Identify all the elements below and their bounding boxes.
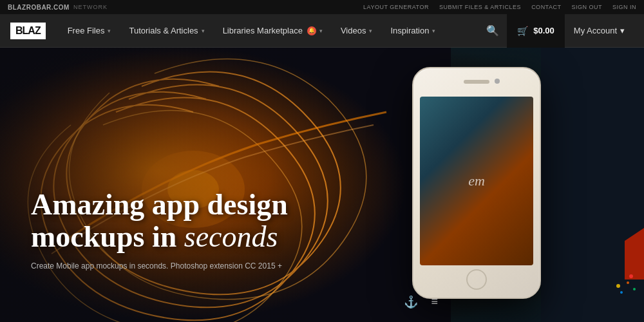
phone-frame: em: [412, 67, 541, 299]
layout-generator-link[interactable]: LAYOUT GENERATOR: [363, 4, 429, 10]
nav-right-section: 🔍 🛒 $0.00 My Account ▾: [478, 14, 634, 48]
search-button[interactable]: 🔍: [478, 14, 507, 48]
nav-items-group: Free Files ▾ Tutorials & Articles ▾ Libr…: [59, 14, 479, 48]
hero-right-decoration: [541, 48, 644, 322]
hero-title-line1: Amazing app design: [31, 188, 288, 221]
free-files-chevron: ▾: [108, 28, 111, 34]
libraries-chevron: ▾: [319, 28, 323, 34]
network-label: NETWORK: [73, 4, 108, 10]
phone-speaker: [464, 80, 489, 84]
site-logo[interactable]: BLAZ: [10, 23, 46, 39]
right-decoration-svg: [541, 48, 644, 322]
phone-home-button: [466, 269, 487, 290]
svg-point-9: [620, 291, 623, 294]
hero-title: Amazing app design mockups in seconds: [31, 189, 288, 254]
libraries-label: Libraries Marketplace: [223, 26, 303, 35]
svg-point-7: [627, 281, 629, 284]
cart-button[interactable]: 🛒 $0.00: [507, 14, 565, 48]
cart-price: $0.00: [533, 26, 554, 35]
sign-out-link[interactable]: SIGN OUT: [571, 4, 602, 10]
phone-screen: em: [420, 97, 533, 265]
free-files-nav[interactable]: Free Files ▾: [59, 14, 120, 48]
phone-camera: [495, 79, 500, 84]
hero-section: em Amazing app design mockups in seconds…: [0, 48, 644, 322]
hero-title-line2: mockups in: [31, 220, 184, 253]
my-account-chevron: ▾: [620, 26, 625, 35]
tutorials-nav[interactable]: Tutorials & Articles ▾: [120, 14, 213, 48]
hero-bottom-icons: ⚓ ≡: [404, 295, 438, 309]
sign-in-link[interactable]: SIGN IN: [612, 4, 636, 10]
cart-icon: 🛒: [517, 26, 528, 36]
svg-point-6: [616, 284, 620, 288]
inspiration-label: Inspiration: [390, 26, 429, 35]
inspiration-chevron: ▾: [432, 28, 435, 34]
hero-subtitle: Create Mobile app mockups in seconds. Ph…: [31, 261, 288, 270]
utility-bar-links: LAYOUT GENERATOR SUBMIT FILES & ARTICLES…: [363, 4, 636, 10]
videos-label: Videos: [341, 26, 366, 35]
free-files-label: Free Files: [68, 26, 105, 35]
menu-icon[interactable]: ≡: [431, 295, 438, 309]
libraries-badge: 🔔: [307, 26, 316, 35]
utility-bar-brand-section: BLAZROBAR.COM NETWORK: [8, 4, 108, 11]
utility-bar: BLAZROBAR.COM NETWORK LAYOUT GENERATOR S…: [0, 0, 644, 14]
inspiration-nav[interactable]: Inspiration ▾: [381, 14, 444, 48]
main-navigation: BLAZ Free Files ▾ Tutorials & Articles ▾…: [0, 14, 644, 48]
search-icon: 🔍: [486, 24, 499, 37]
hero-dark-overlay: [0, 48, 322, 322]
tutorials-chevron: ▾: [202, 28, 205, 34]
svg-point-8: [633, 288, 636, 290]
hero-text-block: Amazing app design mockups in seconds Cr…: [31, 189, 288, 270]
libraries-nav[interactable]: Libraries Marketplace 🔔 ▾: [214, 14, 332, 48]
svg-point-10: [629, 274, 633, 278]
hero-title-italic: seconds: [184, 220, 278, 253]
anchor-icon[interactable]: ⚓: [404, 295, 418, 309]
phone-screen-text: em: [468, 173, 485, 189]
phone-mockup: em: [412, 67, 554, 312]
site-brand: BLAZROBAR.COM: [8, 4, 70, 11]
videos-nav[interactable]: Videos ▾: [332, 14, 382, 48]
submit-link[interactable]: SUBMIT FILES & ARTICLES: [439, 4, 521, 10]
tutorials-label: Tutorials & Articles: [129, 26, 198, 35]
my-account-label: My Account: [574, 26, 617, 35]
svg-rect-4: [541, 48, 644, 322]
my-account-button[interactable]: My Account ▾: [565, 14, 634, 48]
videos-chevron: ▾: [369, 28, 372, 34]
contact-link[interactable]: CONTACT: [531, 4, 561, 10]
